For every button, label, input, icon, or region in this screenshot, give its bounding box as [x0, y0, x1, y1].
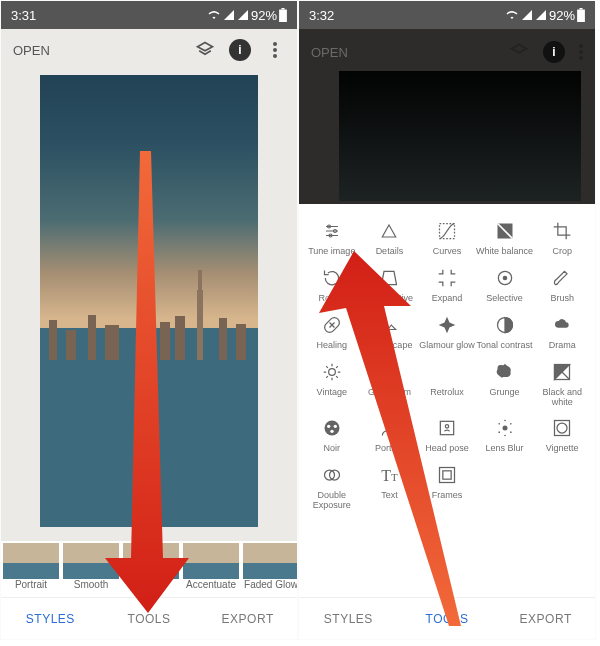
tool-curves[interactable]: Curves	[418, 220, 476, 263]
status-bar: 3:32 92%	[299, 1, 595, 29]
tool-black-and-white[interactable]: Black and white	[533, 361, 591, 414]
tool-grunge[interactable]: Grunge	[476, 361, 534, 414]
tab-styles[interactable]: STYLES	[299, 598, 398, 639]
tool-white-balance[interactable]: White balance	[476, 220, 534, 263]
tab-styles[interactable]: STYLES	[1, 598, 100, 639]
tool-rotate[interactable]: Rotate	[303, 267, 361, 310]
tool-portrait[interactable]: Portrait	[361, 417, 419, 460]
svg-point-17	[503, 276, 506, 279]
tool-brush[interactable]: Brush	[533, 267, 591, 310]
tool-selective[interactable]: Selective	[476, 267, 534, 310]
battery-icon	[577, 8, 585, 22]
tab-export[interactable]: EXPORT	[198, 598, 297, 639]
tab-export[interactable]: EXPORT	[496, 598, 595, 639]
status-icons: 92%	[207, 8, 287, 23]
phone-left: 3:31 92% OPEN i	[0, 0, 298, 640]
status-bar: 3:31 92%	[1, 1, 297, 29]
style-thumb[interactable]: Faded Glow	[243, 543, 297, 590]
canvas-area[interactable]	[1, 71, 297, 541]
layers-icon	[509, 42, 529, 62]
tool-frames[interactable]: Frames	[418, 464, 476, 517]
open-button: OPEN	[311, 45, 348, 60]
svg-point-24	[327, 425, 330, 428]
style-thumbnails: Portrait Smooth Accentuate Faded Glow M	[1, 541, 297, 599]
tool-drama[interactable]: Drama	[533, 314, 591, 357]
svg-point-26	[330, 430, 333, 433]
tab-tools[interactable]: TOOLS	[100, 598, 199, 639]
app-top-bar: OPEN i	[1, 29, 297, 71]
tool-retrolux[interactable]: Retrolux	[418, 361, 476, 414]
wifi-icon	[505, 9, 519, 21]
battery-text: 92%	[251, 8, 277, 23]
style-thumb[interactable]	[123, 543, 179, 579]
svg-point-25	[333, 425, 336, 428]
status-icons: 92%	[505, 8, 585, 23]
tab-tools[interactable]: TOOLS	[398, 598, 497, 639]
svg-point-30	[502, 426, 507, 431]
bottom-tabs: STYLES TOOLS EXPORT	[299, 597, 595, 639]
tool-hdr-scape[interactable]: HDR scape	[361, 314, 419, 357]
svg-point-31	[498, 423, 500, 425]
svg-rect-0	[279, 10, 287, 22]
edited-photo	[40, 75, 258, 527]
svg-point-2	[273, 42, 277, 46]
battery-text: 92%	[549, 8, 575, 23]
svg-rect-7	[579, 8, 582, 10]
svg-point-35	[504, 420, 506, 422]
svg-point-10	[579, 56, 583, 60]
svg-point-36	[504, 435, 506, 437]
tool-head-pose[interactable]: Head pose	[418, 417, 476, 460]
svg-rect-42	[443, 471, 451, 479]
tool-grainy-film[interactable]: Grainy film	[361, 361, 419, 414]
svg-point-9	[579, 50, 583, 54]
svg-point-20	[328, 368, 335, 375]
open-button[interactable]: OPEN	[13, 43, 50, 58]
tool-vignette[interactable]: Vignette	[533, 417, 591, 460]
bottom-tabs: STYLES TOOLS EXPORT	[1, 597, 297, 639]
overflow-icon	[579, 44, 583, 60]
svg-point-29	[445, 425, 448, 428]
svg-point-33	[498, 432, 500, 434]
signal-icon	[223, 9, 235, 21]
style-thumb[interactable]: Portrait	[3, 543, 59, 590]
tool-lens-blur[interactable]: Lens Blur	[476, 417, 534, 460]
status-time: 3:32	[309, 8, 334, 23]
status-time: 3:31	[11, 8, 36, 23]
svg-point-34	[510, 432, 512, 434]
tool-double-exposure[interactable]: Double Exposure	[303, 464, 361, 517]
svg-point-27	[386, 422, 393, 429]
svg-rect-6	[577, 10, 585, 22]
style-thumb[interactable]: Smooth	[63, 543, 119, 590]
tool-tune-image[interactable]: Tune image	[303, 220, 361, 263]
signal-icon	[535, 9, 547, 21]
layers-icon[interactable]	[195, 40, 215, 60]
signal-icon	[521, 9, 533, 21]
style-thumb[interactable]: Accentuate	[183, 543, 239, 590]
tool-healing[interactable]: Healing	[303, 314, 361, 357]
svg-point-32	[510, 423, 512, 425]
tool-expand[interactable]: Expand	[418, 267, 476, 310]
tool-tonal-contrast[interactable]: Tonal contrast	[476, 314, 534, 357]
tool-crop[interactable]: Crop	[533, 220, 591, 263]
tool-details[interactable]: Details	[361, 220, 419, 263]
phone-right: 3:32 92% OPEN i Tune image Details Curve…	[298, 0, 596, 640]
tool-text[interactable]: TTText	[361, 464, 419, 517]
tool-perspective[interactable]: Perspective	[361, 267, 419, 310]
signal-icon	[237, 9, 249, 21]
battery-icon	[279, 8, 287, 22]
overflow-icon[interactable]	[265, 40, 285, 60]
svg-point-4	[273, 54, 277, 58]
svg-point-3	[273, 48, 277, 52]
tool-noir[interactable]: Noir	[303, 417, 361, 460]
dim-photo	[339, 71, 581, 201]
tool-glamour-glow[interactable]: Glamour glow	[418, 314, 476, 357]
wifi-icon	[207, 9, 221, 21]
svg-rect-41	[439, 468, 454, 483]
svg-rect-1	[281, 8, 284, 10]
info-icon: i	[543, 41, 565, 63]
svg-point-38	[557, 423, 567, 433]
info-icon[interactable]: i	[229, 39, 251, 61]
svg-rect-21	[383, 364, 396, 379]
tool-vintage[interactable]: Vintage	[303, 361, 361, 414]
tools-sheet: Tune image Details Curves White balance …	[299, 204, 595, 597]
